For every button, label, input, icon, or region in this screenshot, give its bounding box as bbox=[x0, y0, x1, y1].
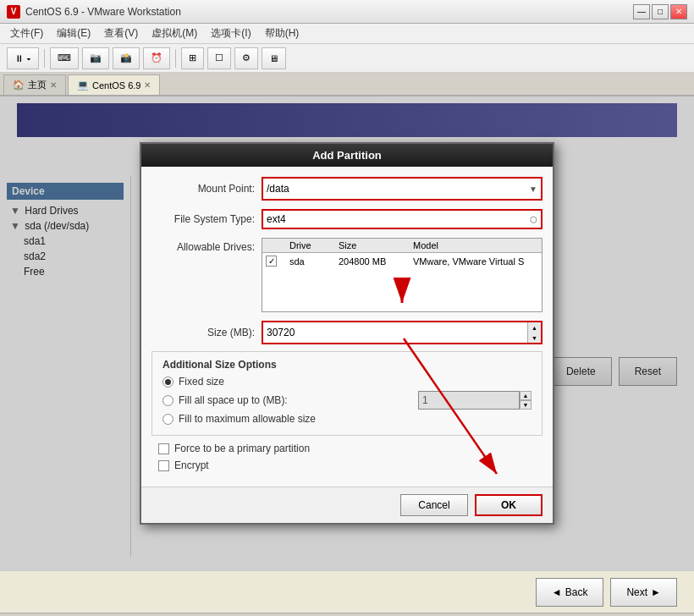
status-bar: 要将输入定向到该虚拟机，请在虚拟机内部单击或按 Ctrl+G。 🖥 🔊 💾 🌐 bbox=[0, 613, 694, 616]
encrypt-label: Encrypt bbox=[174, 459, 209, 471]
force-primary-label: Force to be a primary partition bbox=[174, 443, 310, 454]
tab-bar: 🏠 主页 ✕ 💻 CentOS 6.9 ✕ bbox=[0, 73, 694, 96]
main-content: Please Select A Device Device ▼ Hard Dri… bbox=[0, 96, 694, 570]
encrypt-checkbox[interactable] bbox=[158, 460, 169, 471]
sda-check-icon: ✓ bbox=[266, 256, 277, 267]
menu-bar: 文件(F) 编辑(E) 查看(V) 虚拟机(M) 选项卡(I) 帮助(H) bbox=[0, 24, 694, 44]
menu-view[interactable]: 查看(V) bbox=[97, 25, 145, 42]
next-arrow-icon: ► bbox=[651, 586, 661, 598]
back-button[interactable]: ◄ Back bbox=[536, 578, 604, 607]
mount-point-arrow: ▼ bbox=[526, 184, 541, 194]
size-spin-down[interactable]: ▼ bbox=[527, 333, 541, 343]
toolbar-pause[interactable]: ⏸ ▾ bbox=[7, 47, 39, 69]
fill-up-spin-down[interactable]: ▼ bbox=[520, 400, 532, 410]
toolbar-snapshot1[interactable]: 📷 bbox=[82, 47, 109, 69]
menu-help[interactable]: 帮助(H) bbox=[258, 25, 306, 42]
size-spinner: ▲ ▼ bbox=[527, 322, 541, 343]
force-primary-checkbox[interactable] bbox=[158, 443, 169, 454]
tab-home-close[interactable]: ✕ bbox=[50, 80, 57, 90]
dialog-body: Mount Point: ▼ File System Type: ext4 ⬡ bbox=[141, 167, 553, 487]
drives-col-check bbox=[266, 240, 283, 250]
back-label: Back bbox=[565, 586, 588, 598]
drives-col-model: Model bbox=[413, 240, 538, 250]
app-icon: V bbox=[7, 5, 20, 19]
title-bar: V CentOS 6.9 - VMware Workstation — □ ✕ bbox=[0, 0, 694, 24]
radio-fixed-label: Fixed size bbox=[179, 376, 224, 388]
toolbar-monitor[interactable]: 🖥 bbox=[262, 47, 286, 69]
size-label: Size (MB): bbox=[151, 327, 262, 338]
toolbar-time[interactable]: ⏰ bbox=[143, 47, 170, 69]
additional-size-options: Additional Size Options Fixed size Fill … bbox=[151, 351, 543, 436]
ok-button[interactable]: OK bbox=[475, 494, 543, 516]
add-partition-dialog: Add Partition Mount Point: ▼ bbox=[140, 142, 554, 525]
vm-icon: 💻 bbox=[77, 80, 89, 91]
radio-fill-max: Fill to maximum allowable size bbox=[162, 413, 532, 425]
additional-size-title: Additional Size Options bbox=[162, 359, 532, 371]
menu-tab[interactable]: 选项卡(I) bbox=[204, 25, 257, 42]
drives-col-size: Size bbox=[339, 240, 406, 250]
maximize-button[interactable]: □ bbox=[652, 4, 669, 19]
close-button[interactable]: ✕ bbox=[670, 4, 687, 19]
sda-size-value: 204800 MB bbox=[339, 256, 406, 267]
radio-fill-max-icon[interactable] bbox=[162, 414, 174, 425]
next-label: Next bbox=[626, 586, 647, 598]
tab-centos-close[interactable]: ✕ bbox=[144, 80, 151, 90]
tab-home-label: 主页 bbox=[28, 79, 47, 91]
radio-fixed: Fixed size bbox=[162, 376, 532, 388]
arrow-area bbox=[262, 269, 542, 311]
fill-up-spin-up[interactable]: ▲ bbox=[520, 391, 532, 400]
radio-fill-max-label: Fill to maximum allowable size bbox=[179, 413, 316, 425]
drives-table: Drive Size Model ✓ sda 204800 MB VMwar bbox=[262, 238, 543, 312]
tab-home[interactable]: 🏠 主页 ✕ bbox=[3, 74, 66, 95]
force-primary-row: Force to be a primary partition bbox=[151, 443, 543, 454]
tab-centos-label: CentOS 6.9 bbox=[92, 80, 140, 91]
radio-fill-up-label: Fill all space up to (MB): bbox=[179, 394, 288, 406]
sda-model-value: VMware, VMware Virtual S bbox=[413, 256, 538, 267]
toolbar-send-key[interactable]: ⌨ bbox=[50, 47, 79, 69]
toolbar-separator-2 bbox=[175, 49, 176, 68]
cancel-button[interactable]: Cancel bbox=[400, 494, 468, 516]
drives-row-sda: ✓ sda 204800 MB VMware, VMware Virtual S bbox=[262, 253, 542, 269]
content-layout: Device ▼ Hard Drives ▼ sda (/dev/sda) sd… bbox=[0, 176, 694, 557]
window-controls: — □ ✕ bbox=[633, 4, 687, 19]
dialog-buttons: Cancel OK bbox=[141, 487, 553, 523]
menu-vm[interactable]: 虚拟机(M) bbox=[145, 25, 204, 42]
next-button[interactable]: Next ► bbox=[610, 578, 677, 607]
radio-fixed-icon[interactable] bbox=[162, 377, 174, 388]
sda-drive-value: sda bbox=[289, 256, 332, 267]
radio-fill-up: Fill all space up to (MB): ▲ ▼ bbox=[162, 391, 532, 410]
sda-checkbox[interactable]: ✓ bbox=[266, 256, 283, 267]
bottom-buttons: ◄ Back Next ► bbox=[0, 570, 694, 613]
menu-edit[interactable]: 编辑(E) bbox=[50, 25, 97, 42]
toolbar-snapshot2[interactable]: 📸 bbox=[113, 47, 140, 69]
toolbar-unity[interactable]: ☐ bbox=[207, 47, 231, 69]
menu-file[interactable]: 文件(F) bbox=[3, 25, 50, 42]
size-input[interactable] bbox=[263, 322, 527, 343]
minimize-button[interactable]: — bbox=[633, 4, 650, 19]
down-arrow-svg bbox=[385, 276, 419, 310]
file-system-value: ext4 bbox=[263, 213, 526, 225]
toolbar-settings[interactable]: ⚙ bbox=[234, 47, 258, 69]
mount-point-input[interactable] bbox=[263, 179, 526, 199]
dialog-overlay: Add Partition Mount Point: ▼ bbox=[0, 96, 694, 570]
size-input-wrap: ▲ ▼ bbox=[262, 321, 543, 344]
drives-header: Drive Size Model bbox=[262, 239, 542, 253]
radio-fill-up-icon[interactable] bbox=[162, 395, 174, 406]
toolbar-separator-1 bbox=[44, 49, 45, 68]
toolbar: ⏸ ▾ ⌨ 📷 📸 ⏰ ⊞ ☐ ⚙ 🖥 bbox=[0, 44, 694, 73]
back-arrow-icon: ◄ bbox=[552, 586, 562, 598]
home-icon: 🏠 bbox=[13, 80, 25, 91]
allowable-drives-row: Allowable Drives: Drive Size Model ✓ bbox=[151, 238, 543, 312]
toolbar-full[interactable]: ⊞ bbox=[181, 47, 204, 69]
file-system-row: File System Type: ext4 ⬡ bbox=[151, 209, 543, 229]
encrypt-row: Encrypt bbox=[151, 459, 543, 471]
file-system-arrow: ⬡ bbox=[526, 215, 541, 224]
mount-point-row: Mount Point: ▼ bbox=[151, 177, 543, 201]
size-row: Size (MB): ▲ ▼ bbox=[151, 321, 543, 344]
window-title: CentOS 6.9 - VMware Workstation bbox=[25, 6, 633, 18]
allowable-drives-label: Allowable Drives: bbox=[151, 238, 262, 253]
mount-point-label: Mount Point: bbox=[151, 183, 262, 195]
size-spin-up[interactable]: ▲ bbox=[527, 322, 541, 333]
fill-up-input[interactable] bbox=[418, 391, 520, 410]
tab-centos[interactable]: 💻 CentOS 6.9 ✕ bbox=[68, 74, 160, 95]
